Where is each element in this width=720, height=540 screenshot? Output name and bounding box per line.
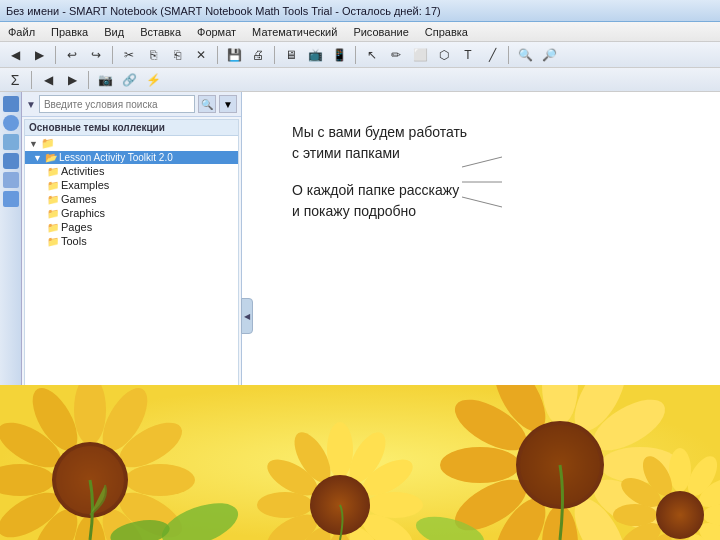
svg-point-58 — [656, 491, 704, 539]
svg-point-41 — [440, 447, 520, 483]
tb-paste[interactable]: ⎗ — [166, 44, 188, 66]
title-text: Без имени - SMART Notebook (SMART Notebo… — [6, 5, 441, 17]
toolbar-main: ◀ ▶ ↩ ↪ ✂ ⎘ ⎗ ✕ 💾 🖨 🖥 📺 📱 ↖ ✏ ⬜ ⬡ T ╱ 🔍 … — [0, 42, 720, 68]
callout-container: Мы с вами будем работать с этими папками… — [292, 122, 467, 222]
tree-item-tools[interactable]: 📁 Tools — [25, 234, 238, 248]
callout-line4: и покажу подробно — [292, 201, 467, 222]
tb-forward[interactable]: ▶ — [28, 44, 50, 66]
title-bar: Без имени - SMART Notebook (SMART Notebo… — [0, 0, 720, 22]
tree-item-root[interactable]: ▼ 📁 — [25, 136, 238, 151]
svg-point-19 — [327, 422, 353, 478]
menu-edit[interactable]: Правка — [47, 26, 92, 38]
tb-select[interactable]: ↖ — [361, 44, 383, 66]
tb-redo[interactable]: ↪ — [85, 44, 107, 66]
folder-icon-examples: 📁 — [47, 180, 59, 191]
toolbar-sep-4 — [274, 46, 275, 64]
tb-prev-page[interactable]: ◀ — [37, 69, 59, 91]
panel-collapse-arrow[interactable]: ◀ — [241, 298, 253, 334]
tb-shape[interactable]: ⬡ — [433, 44, 455, 66]
search-input[interactable] — [39, 95, 195, 113]
folder-icon-tools: 📁 — [47, 236, 59, 247]
toolbar-sep-3 — [217, 46, 218, 64]
sidebar-tool-1[interactable] — [3, 96, 19, 112]
tree-item-pages[interactable]: 📁 Pages — [25, 220, 238, 234]
tb-delete[interactable]: ✕ — [190, 44, 212, 66]
search-bar: ▼ 🔍 ▼ — [22, 92, 241, 117]
folder-icon-activities: 📁 — [47, 166, 59, 177]
toolbar-sep-6 — [508, 46, 509, 64]
menu-help[interactable]: Справка — [421, 26, 472, 38]
tree-label-examples: Examples — [61, 179, 109, 191]
tb-link[interactable]: 🔗 — [118, 69, 140, 91]
callout-line1: Мы с вами будем работать — [292, 122, 467, 143]
sidebar-tool-3[interactable] — [3, 134, 19, 150]
tb-screen1[interactable]: 🖥 — [280, 44, 302, 66]
folder-icon-pages: 📁 — [47, 222, 59, 233]
tb-next-page[interactable]: ▶ — [61, 69, 83, 91]
callout-text-block1: Мы с вами будем работать с этими папками — [292, 122, 467, 164]
folder-icon-graphics: 📁 — [47, 208, 59, 219]
tree-item-games[interactable]: 📁 Games — [25, 192, 238, 206]
tree-item-lat[interactable]: ▼ 📂 Lesson Activity Toolkit 2.0 — [25, 151, 238, 164]
toolbar-sep-1 — [55, 46, 56, 64]
tb-screen2[interactable]: 📺 — [304, 44, 326, 66]
tb-zoom-in[interactable]: 🔍 — [514, 44, 536, 66]
svg-line-2 — [462, 197, 502, 207]
menu-format[interactable]: Формат — [193, 26, 240, 38]
tree-item-examples[interactable]: 📁 Examples — [25, 178, 238, 192]
tb-print[interactable]: 🖨 — [247, 44, 269, 66]
sidebar-tool-5[interactable] — [3, 172, 19, 188]
svg-point-22 — [367, 492, 423, 518]
tb-line[interactable]: ╱ — [481, 44, 503, 66]
tb-pen[interactable]: ✏ — [385, 44, 407, 66]
svg-point-8 — [125, 464, 195, 496]
toolbar-secondary: Σ ◀ ▶ 📷 🔗 ⚡ — [0, 68, 720, 92]
sidebar-tool-6[interactable] — [3, 191, 19, 207]
flower-background — [0, 385, 720, 540]
tree-label-tools: Tools — [61, 235, 87, 247]
svg-line-0 — [462, 157, 502, 167]
menu-insert[interactable]: Вставка — [136, 26, 185, 38]
search-options-button[interactable]: ▼ — [219, 95, 237, 113]
callout-text-block2: О каждой папке расскажу и покажу подробн… — [292, 180, 467, 222]
toolbar2-sep-2 — [88, 71, 89, 89]
tree-header: Основные темы коллекции — [25, 120, 238, 136]
tb-zoom-out[interactable]: 🔎 — [538, 44, 560, 66]
flower-svg — [0, 385, 720, 540]
callout-line2: с этими папками — [292, 143, 467, 164]
sidebar-tool-4[interactable] — [3, 153, 19, 169]
tb-text[interactable]: T — [457, 44, 479, 66]
tb-eraser[interactable]: ⬜ — [409, 44, 431, 66]
tb-back[interactable]: ◀ — [4, 44, 26, 66]
menu-bar: Файл Правка Вид Вставка Формат Математич… — [0, 22, 720, 42]
menu-draw[interactable]: Рисование — [349, 26, 412, 38]
tb-flash[interactable]: ⚡ — [142, 69, 164, 91]
tb-camera[interactable]: 📷 — [94, 69, 116, 91]
svg-point-46 — [669, 448, 691, 492]
callout-line3: О каждой папке расскажу — [292, 180, 467, 201]
tree-label-pages: Pages — [61, 221, 92, 233]
collapse-arrow-icon: ◀ — [244, 312, 250, 321]
folder-icon-root: 📁 — [41, 137, 55, 150]
tree-label-lat: Lesson Activity Toolkit 2.0 — [59, 152, 173, 163]
tree-item-activities[interactable]: 📁 Activities — [25, 164, 238, 178]
tb-undo[interactable]: ↩ — [61, 44, 83, 66]
menu-file[interactable]: Файл — [4, 26, 39, 38]
menu-view[interactable]: Вид — [100, 26, 128, 38]
tb-sigma[interactable]: Σ — [4, 69, 26, 91]
folder-icon-games: 📁 — [47, 194, 59, 205]
search-button[interactable]: 🔍 — [198, 95, 216, 113]
tb-save[interactable]: 💾 — [223, 44, 245, 66]
tb-copy[interactable]: ⎘ — [142, 44, 164, 66]
toolbar-sep-5 — [355, 46, 356, 64]
toolbar2-sep-1 — [31, 71, 32, 89]
toolbar-sep-2 — [112, 46, 113, 64]
tree-label-graphics: Graphics — [61, 207, 105, 219]
sidebar-tool-2[interactable] — [3, 115, 19, 131]
tb-screen3[interactable]: 📱 — [328, 44, 350, 66]
search-expand-icon: ▼ — [26, 99, 36, 110]
tree-item-graphics[interactable]: 📁 Graphics — [25, 206, 238, 220]
collapse-icon: ▼ — [29, 139, 39, 149]
tb-cut[interactable]: ✂ — [118, 44, 140, 66]
menu-math[interactable]: Математический — [248, 26, 341, 38]
